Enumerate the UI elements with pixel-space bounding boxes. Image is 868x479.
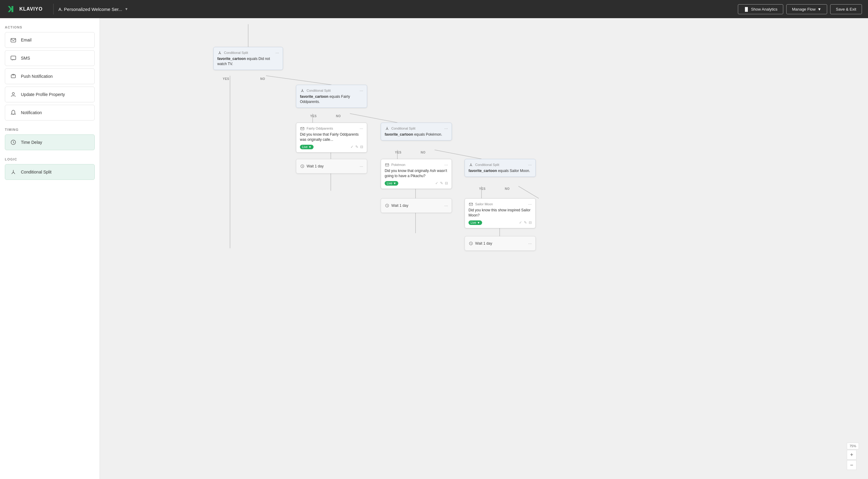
clock-icon: [10, 139, 17, 146]
sidebar-item-conditional-split[interactable]: Conditional Split: [5, 164, 95, 180]
sidebar: ACTIONS Email SMS Push Notification Upda…: [0, 18, 100, 479]
logic-section-title: LOGIC: [5, 157, 95, 161]
sidebar-item-push-label: Push Notification: [21, 74, 53, 79]
wait3-menu[interactable]: ···: [528, 241, 532, 246]
split3-yes-label: YES: [395, 151, 402, 154]
sidebar-item-notification-label: Notification: [21, 110, 42, 115]
email-fairly-menu[interactable]: ···: [360, 126, 363, 131]
wait-3-node[interactable]: Wait 1 day ···: [465, 236, 536, 251]
email-icon: [10, 37, 17, 43]
wait2-label: Wait 1 day: [391, 204, 408, 208]
email-sailor-node[interactable]: Sailor Moon ··· Did you know this show i…: [465, 198, 536, 228]
split2-yes-label: YES: [310, 115, 317, 118]
edit-icon-3: ✎: [524, 220, 527, 224]
manage-label: Manage Flow: [792, 7, 816, 11]
svg-rect-23: [385, 164, 389, 166]
timing-section-title: TIMING: [5, 128, 95, 131]
manage-flow-button[interactable]: Manage Flow ▼: [786, 4, 827, 14]
split2-condition: favorite_cartoon: [300, 94, 329, 99]
split1-yes-label: YES: [223, 77, 229, 81]
canvas: YES NO YES NO YES NO YES NO Conditional …: [100, 18, 868, 479]
logo-text: KLAVIYO: [19, 6, 43, 12]
split3-value: Pokémon.: [426, 132, 442, 137]
split2-type: Conditional Split: [307, 89, 331, 92]
email-sailor-menu[interactable]: ···: [528, 202, 532, 207]
sidebar-item-email-label: Email: [21, 37, 31, 42]
wait-2-node[interactable]: Wait 1 day ···: [381, 198, 452, 213]
sidebar-item-notification[interactable]: Notification: [5, 105, 95, 120]
sidebar-item-time-delay[interactable]: Time Delay: [5, 134, 95, 150]
header-actions: ▐▌ Show Analytics Manage Flow ▼ Save & E…: [738, 4, 862, 14]
split3-menu[interactable]: ···: [444, 126, 448, 131]
email-fairly-node[interactable]: Fairly Oddparents ··· Did you know that …: [296, 123, 367, 153]
conditional-split-1-node[interactable]: Conditional Split ··· favorite_cartoon e…: [213, 47, 283, 70]
email-sailor-footer: Live ▼ ✓ ✎ ⊟: [468, 220, 532, 225]
sidebar-item-time-delay-label: Time Delay: [21, 140, 42, 145]
sms-icon: [10, 55, 17, 61]
split3-no-label: NO: [421, 151, 426, 154]
logo-area: KLAVIYO: [6, 4, 49, 14]
bell-icon: [10, 109, 17, 116]
filter-icon-2: ⊟: [445, 181, 448, 185]
sidebar-item-conditional-split-label: Conditional Split: [21, 170, 52, 174]
flow-title-caret: ▼: [125, 7, 128, 11]
split3-content: favorite_cartoon equals Pokémon.: [385, 132, 448, 137]
conditional-split-2-node[interactable]: Conditional Split ··· favorite_cartoon e…: [296, 85, 367, 108]
split1-menu[interactable]: ···: [275, 50, 279, 55]
wait3-label: Wait 1 day: [475, 241, 492, 245]
person-icon: [10, 91, 17, 98]
sidebar-item-update-profile[interactable]: Update Profile Property: [5, 87, 95, 102]
email-pokemon-name: Pokémon: [391, 163, 405, 167]
conditional-split-3-node[interactable]: Conditional Split ··· favorite_cartoon e…: [381, 123, 452, 141]
split1-no-label: NO: [260, 77, 265, 81]
wait2-menu[interactable]: ···: [444, 203, 448, 208]
wait1-menu[interactable]: ···: [360, 164, 363, 169]
sidebar-item-email[interactable]: Email: [5, 32, 95, 48]
split2-menu[interactable]: ···: [360, 88, 363, 93]
flow-title-text: A. Personalized Welcome Ser...: [58, 7, 122, 12]
check-icon-2: ✓: [435, 181, 438, 185]
split4-type: Conditional Split: [475, 163, 499, 167]
save-label: Save & Exit: [836, 7, 856, 11]
filter-icon: ⊟: [360, 145, 363, 149]
split1-condition: favorite_cartoon: [217, 57, 246, 61]
push-notification-icon: [10, 73, 17, 80]
split1-content: favorite_cartoon equals Did not watch TV…: [217, 56, 279, 67]
svg-line-15: [435, 150, 482, 159]
split4-menu[interactable]: ···: [528, 162, 532, 167]
split4-yes-label: YES: [479, 187, 486, 190]
sidebar-item-sms[interactable]: SMS: [5, 50, 95, 66]
email-sailor-name: Sailor Moon: [475, 202, 493, 206]
split3-type: Conditional Split: [391, 126, 415, 130]
email-pokemon-icon: [385, 162, 390, 167]
email-pokemon-menu[interactable]: ···: [444, 162, 448, 167]
filter-icon-3: ⊟: [529, 220, 532, 224]
flow-title-area: A. Personalized Welcome Ser... ▼: [58, 7, 733, 12]
canvas-inner: YES NO YES NO YES NO YES NO Conditional …: [100, 18, 584, 291]
show-analytics-button[interactable]: ▐▌ Show Analytics: [738, 4, 783, 14]
zoom-in-button[interactable]: +: [847, 450, 857, 460]
zoom-out-button[interactable]: −: [847, 460, 857, 470]
wait-1-node[interactable]: Wait 1 day ···: [296, 159, 367, 174]
check-icon: ✓: [350, 145, 353, 149]
split4-node-icon: [468, 162, 473, 167]
sidebar-item-update-profile-label: Update Profile Property: [21, 92, 65, 97]
svg-rect-2: [11, 56, 16, 60]
sidebar-item-push[interactable]: Push Notification: [5, 68, 95, 84]
email-fairly-status: Live ▼: [300, 145, 314, 149]
manage-caret-icon: ▼: [817, 7, 822, 11]
svg-line-9: [266, 76, 332, 85]
svg-rect-1: [11, 38, 16, 42]
split2-content: favorite_cartoon equals Fairly Oddparent…: [300, 94, 363, 104]
svg-point-5: [12, 93, 14, 95]
email-pokemon-node[interactable]: Pokémon ··· Did you know that originally…: [381, 159, 452, 189]
app-body: ACTIONS Email SMS Push Notification Upda…: [0, 18, 868, 479]
email-fairly-footer: Live ▼ ✓ ✎ ⊟: [300, 145, 363, 149]
email-fairly-icon: [300, 126, 305, 131]
conditional-split-4-node[interactable]: Conditional Split ··· favorite_cartoon e…: [465, 159, 536, 177]
email-sailor-status: Live ▼: [468, 220, 482, 225]
email-sailor-icon: [468, 202, 473, 207]
zoom-level: 75%: [847, 443, 859, 449]
header-divider: [53, 4, 54, 14]
save-exit-button[interactable]: Save & Exit: [830, 4, 862, 14]
